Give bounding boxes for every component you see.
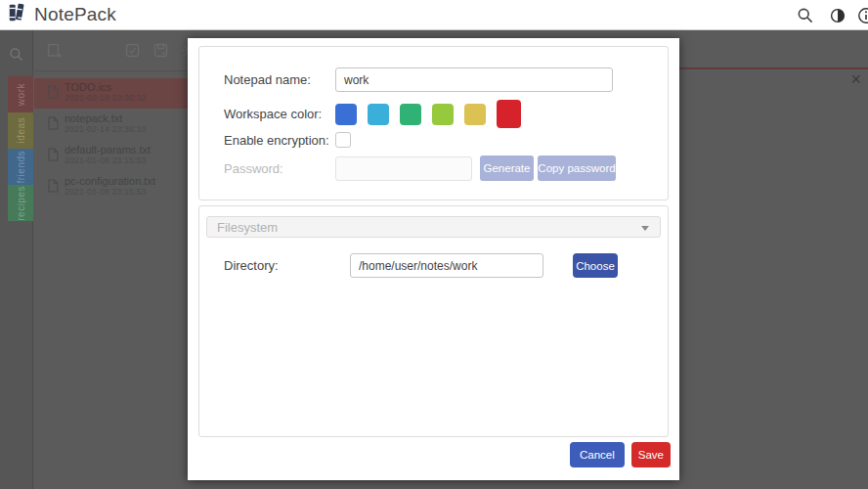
save-button[interactable]: Save bbox=[631, 442, 671, 467]
tasks-icon[interactable] bbox=[125, 43, 140, 62]
app-window: NotePack bbox=[0, 0, 868, 489]
enable-encryption-checkbox[interactable] bbox=[335, 132, 351, 148]
workspace-color-label: Workspace color: bbox=[224, 107, 335, 121]
note-list-item[interactable]: notepack.txt 2021-02-14 23:36:10 bbox=[34, 110, 191, 140]
color-palette bbox=[335, 100, 521, 128]
document-icon bbox=[48, 148, 59, 165]
close-note-icon[interactable]: × bbox=[850, 71, 861, 87]
cancel-button[interactable]: Cancel bbox=[570, 442, 625, 467]
color-swatch-3[interactable] bbox=[400, 104, 421, 125]
color-swatch-1[interactable] bbox=[335, 104, 357, 125]
generate-password-button[interactable]: Generate bbox=[480, 156, 534, 181]
theme-contrast-icon[interactable] bbox=[821, 0, 854, 30]
workspace-tab-work[interactable]: work bbox=[8, 76, 33, 112]
workspace-tab-ideas[interactable]: ideas bbox=[8, 112, 33, 149]
note-list-item[interactable]: pc-configuration.txt 2021-01-08 23:15:53 bbox=[34, 172, 191, 202]
storage-section: Filesystem Directory: Choose bbox=[198, 205, 669, 437]
note-title: default-params.txt bbox=[65, 144, 191, 156]
password-input[interactable] bbox=[335, 156, 472, 181]
note-timestamp: 2021-02-18 23:36:32 bbox=[65, 93, 191, 103]
workspace-rail: workideasfriendsrecipes bbox=[0, 30, 33, 489]
save-note-icon[interactable] bbox=[153, 43, 168, 62]
color-swatch-6[interactable] bbox=[497, 100, 521, 128]
color-swatch-5[interactable] bbox=[464, 104, 486, 125]
password-label: Password: bbox=[224, 161, 335, 176]
directory-input[interactable] bbox=[350, 253, 543, 278]
copy-password-button[interactable]: Copy password bbox=[538, 156, 616, 181]
workspace-tab-label: ideas bbox=[16, 117, 26, 143]
notepad-settings-dialog: Notepad name: Workspace color: Enable en… bbox=[188, 38, 679, 480]
app-header: NotePack bbox=[0, 0, 868, 30]
workspace-tab-label: friends bbox=[16, 151, 26, 184]
new-note-icon[interactable] bbox=[47, 43, 63, 63]
workspace-tabs: workideasfriendsrecipes bbox=[8, 76, 33, 221]
note-title: TODO.ics bbox=[65, 81, 191, 93]
document-icon bbox=[48, 116, 59, 134]
directory-row: Directory: Choose bbox=[199, 253, 668, 278]
note-list-toolbar bbox=[34, 30, 191, 71]
workspace-tab-label: recipes bbox=[16, 186, 26, 221]
note-title: notepack.txt bbox=[65, 112, 191, 124]
note-list-item[interactable]: default-params.txt 2021-01-08 23:15:53 bbox=[34, 141, 191, 171]
note-list-item[interactable]: TODO.ics 2021-02-18 23:36:32 bbox=[34, 78, 191, 109]
workspace-tab-label: work bbox=[16, 83, 26, 106]
notepad-name-input[interactable] bbox=[335, 67, 613, 92]
note-title: pc-configuration.txt bbox=[65, 175, 191, 187]
note-timestamp: 2021-01-08 23:15:53 bbox=[65, 156, 191, 165]
notepack-logo-icon bbox=[7, 2, 28, 27]
note-timestamp: 2021-02-14 23:36:10 bbox=[65, 124, 191, 134]
color-swatch-4[interactable] bbox=[432, 104, 454, 125]
help-icon[interactable] bbox=[854, 0, 868, 30]
notepad-general-section: Notepad name: Workspace color: Enable en… bbox=[198, 46, 669, 200]
document-icon bbox=[48, 179, 59, 197]
app-logo: NotePack bbox=[0, 2, 116, 27]
header-actions bbox=[788, 0, 868, 30]
note-timestamp: 2021-01-08 23:15:53 bbox=[65, 187, 191, 197]
storage-type-select[interactable]: Filesystem bbox=[206, 216, 661, 238]
dialog-footer: Cancel Save bbox=[570, 442, 671, 467]
color-swatch-2[interactable] bbox=[368, 104, 389, 125]
storage-type-value: Filesystem bbox=[217, 220, 278, 235]
note-list-panel: TODO.ics 2021-02-18 23:36:32 notepack.tx… bbox=[34, 30, 191, 489]
chevron-down-icon bbox=[641, 226, 649, 231]
workspace-tab-friends[interactable]: friends bbox=[8, 149, 33, 185]
search-icon[interactable] bbox=[788, 0, 821, 30]
sidebar-search-icon[interactable] bbox=[9, 47, 23, 66]
notepad-name-label: Notepad name: bbox=[224, 72, 335, 87]
document-icon bbox=[48, 85, 59, 103]
enable-encryption-label: Enable encryption: bbox=[224, 133, 335, 148]
app-title: NotePack bbox=[34, 4, 116, 25]
workspace-tab-recipes[interactable]: recipes bbox=[8, 185, 33, 221]
file-list: TODO.ics 2021-02-18 23:36:32 notepack.tx… bbox=[34, 78, 191, 203]
directory-label: Directory: bbox=[224, 258, 279, 273]
choose-directory-button[interactable]: Choose bbox=[573, 253, 618, 278]
